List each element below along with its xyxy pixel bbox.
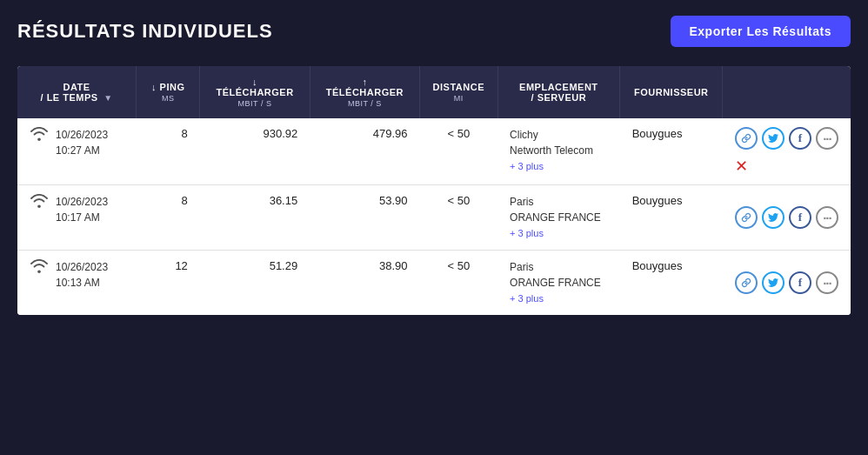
close-icon[interactable]: ✕: [735, 157, 838, 176]
th-upload-sub: Mbit / s: [323, 99, 407, 108]
cell-actions-2: f ···: [723, 251, 851, 316]
cell-ping-1: 8: [137, 185, 200, 251]
wifi-icon: [30, 259, 49, 277]
cell-distance-1: < 50: [420, 185, 498, 251]
location-city: Clichy: [510, 129, 538, 141]
cell-date-text: 10/26/2023 10:17 AM: [56, 194, 108, 225]
location-detail: ORANGE FRANCE: [510, 211, 601, 224]
cell-provider-1: Bouygues: [620, 185, 723, 251]
th-download: ↓ TÉLÉCHARGER Mbit / s: [200, 66, 310, 118]
twitter-icon[interactable]: [762, 271, 785, 294]
th-location: EMPLACEMENT/ SERVEUR: [497, 66, 620, 118]
time-value: 10:17 AM: [56, 211, 100, 224]
table-row: 10/26/2023 10:17 AM 836.1553.90< 50 Pari…: [17, 185, 851, 251]
th-ping-label: ↓ PING: [151, 82, 184, 92]
th-date-label: DATE/ LE TEMPS ▼: [41, 82, 113, 103]
table-row: 10/26/2023 10:27 AM 8930.92479.96< 50 Cl…: [17, 118, 851, 185]
twitter-icon[interactable]: [762, 127, 785, 150]
date-value: 10/26/2023: [56, 129, 108, 141]
cell-upload-0: 479.96: [310, 118, 419, 185]
table-row: 10/26/2023 10:13 AM 1251.2938.90< 50 Par…: [17, 251, 851, 316]
link-icon[interactable]: [735, 206, 758, 229]
cell-date-2: 10/26/2023 10:13 AM: [17, 251, 137, 316]
cell-provider-0: Bouygues: [620, 118, 723, 185]
time-value: 10:27 AM: [56, 144, 100, 157]
link-icon[interactable]: [735, 127, 758, 150]
cell-upload-2: 38.90: [310, 251, 419, 316]
more-icon[interactable]: ···: [816, 127, 838, 150]
th-upload: ↑ TÉLÉCHARGER Mbit / s: [310, 66, 419, 118]
actions-row: f ···: [735, 271, 838, 294]
wifi-icon: [30, 194, 49, 211]
cell-download-1: 36.15: [200, 185, 310, 251]
date-value: 10/26/2023: [56, 261, 108, 273]
link-icon[interactable]: [735, 271, 758, 294]
facebook-icon[interactable]: f: [789, 127, 811, 150]
wifi-icon: [30, 127, 49, 144]
cell-date-text: 10/26/2023 10:27 AM: [56, 127, 108, 158]
cell-distance-2: < 50: [420, 251, 498, 316]
th-upload-label: ↑ TÉLÉCHARGER: [326, 77, 404, 97]
location-city: Paris: [510, 196, 533, 208]
actions-col: f ···: [735, 206, 838, 229]
th-download-sub: Mbit / s: [212, 99, 297, 108]
th-download-label: ↓ TÉLÉCHARGER: [216, 77, 293, 97]
date-value: 10/26/2023: [56, 196, 108, 208]
cell-location-2: Paris ORANGE FRANCE + 3 plus: [497, 251, 620, 316]
table-body: 10/26/2023 10:27 AM 8930.92479.96< 50 Cl…: [17, 118, 851, 315]
cell-provider-2: Bouygues: [620, 251, 723, 316]
location-more[interactable]: + 3 plus: [510, 293, 544, 304]
page-container: RÉSULTATS INDIVIDUELS Exporter Les Résul…: [0, 0, 868, 331]
cell-date-1: 10/26/2023 10:17 AM: [17, 185, 137, 251]
th-distance: DISTANCE mi: [420, 66, 498, 118]
location-city: Paris: [510, 261, 533, 273]
cell-date-text: 10/26/2023 10:13 AM: [56, 259, 108, 291]
cell-upload-1: 53.90: [310, 185, 419, 251]
th-ping-sub: ms: [149, 94, 187, 103]
table-header: DATE/ LE TEMPS ▼ ↓ PING ms ↓ TÉLÉCHARGER…: [17, 66, 851, 118]
cell-actions-1: f ···: [723, 185, 851, 251]
facebook-icon[interactable]: f: [789, 206, 811, 229]
th-provider: FOURNISSEUR: [620, 66, 723, 118]
actions-col: f ···: [735, 271, 838, 294]
cell-location-1: Paris ORANGE FRANCE + 3 plus: [497, 185, 620, 251]
actions-row: f ···: [735, 127, 838, 150]
time-value: 10:13 AM: [56, 277, 100, 289]
more-icon[interactable]: ···: [816, 206, 838, 229]
actions-col: f ··· ✕: [735, 127, 838, 176]
facebook-icon[interactable]: f: [789, 271, 811, 294]
th-distance-label: DISTANCE: [433, 82, 484, 92]
th-distance-sub: mi: [432, 94, 485, 103]
header-row: DATE/ LE TEMPS ▼ ↓ PING ms ↓ TÉLÉCHARGER…: [17, 66, 851, 118]
cell-ping-0: 8: [137, 118, 200, 185]
page-header: RÉSULTATS INDIVIDUELS Exporter Les Résul…: [17, 16, 851, 47]
results-table: DATE/ LE TEMPS ▼ ↓ PING ms ↓ TÉLÉCHARGER…: [17, 66, 851, 315]
location-more[interactable]: + 3 plus: [510, 228, 544, 238]
actions-row: f ···: [735, 206, 838, 229]
th-actions: [723, 66, 851, 118]
th-location-label: EMPLACEMENT/ SERVEUR: [519, 82, 598, 103]
export-button[interactable]: Exporter Les Résultats: [671, 16, 851, 47]
cell-download-2: 51.29: [200, 251, 310, 316]
page-title: RÉSULTATS INDIVIDUELS: [17, 20, 273, 43]
th-date: DATE/ LE TEMPS ▼: [17, 66, 137, 118]
cell-ping-2: 12: [137, 251, 200, 316]
location-detail: Networth Telecom: [510, 144, 593, 157]
location-detail: ORANGE FRANCE: [510, 277, 601, 289]
cell-download-0: 930.92: [200, 118, 310, 185]
cell-location-0: Clichy Networth Telecom + 3 plus: [497, 118, 620, 185]
cell-actions-0: f ··· ✕: [723, 118, 851, 185]
th-provider-label: FOURNISSEUR: [634, 87, 709, 97]
cell-distance-0: < 50: [420, 118, 498, 185]
location-more[interactable]: + 3 plus: [510, 161, 544, 171]
more-icon[interactable]: ···: [816, 271, 838, 294]
cell-date-0: 10/26/2023 10:27 AM: [17, 118, 137, 185]
twitter-icon[interactable]: [762, 206, 785, 229]
sort-indicator: ▼: [103, 93, 112, 103]
th-ping: ↓ PING ms: [137, 66, 200, 118]
